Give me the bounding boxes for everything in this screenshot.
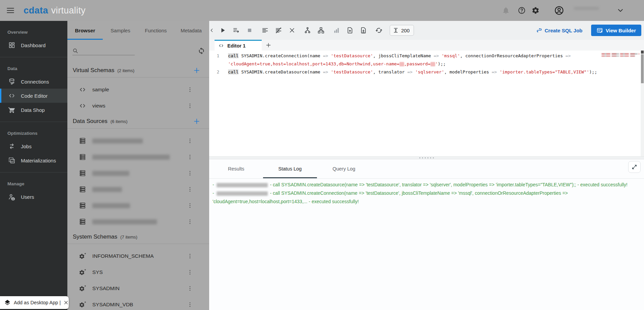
notifications-bell-icon[interactable] — [502, 6, 510, 14]
collapse-panel-chevron-left-icon[interactable] — [209, 21, 215, 40]
tab-results[interactable]: Results — [209, 159, 263, 178]
editor-scrollbar[interactable] — [641, 51, 644, 156]
kebab-menu-icon[interactable] — [187, 269, 193, 275]
kebab-menu-icon[interactable] — [187, 186, 193, 192]
row-limit-control[interactable]: 200 — [390, 25, 414, 36]
virtual-schema-icon — [79, 86, 86, 93]
sidebar-item-connections[interactable]: Connections — [0, 74, 67, 89]
tab-query-log[interactable]: Query Log — [317, 159, 371, 178]
redacted-name — [92, 171, 129, 176]
sidebar-item-dashboard[interactable]: Dashboard — [0, 38, 67, 52]
editor-region: 200 Create SQL Job View Builder Editor 1… — [209, 21, 644, 310]
close-icon[interactable] — [63, 300, 69, 305]
system-schema-gear-icon — [79, 252, 86, 260]
panel-splitter-handle[interactable] — [209, 156, 644, 159]
add-data-source-button[interactable] — [193, 118, 200, 125]
hamburger-menu-icon[interactable] — [6, 6, 15, 15]
settings-gear-icon[interactable] — [532, 6, 540, 14]
sidebar-section-overview: Overview — [0, 21, 67, 38]
statistics-button[interactable] — [330, 24, 343, 37]
kebab-menu-icon[interactable] — [187, 203, 193, 209]
data-sources-list — [67, 129, 209, 230]
virtual-schemas-header: Virtual Schemas (2 items) — [67, 63, 209, 78]
user-menu-chevron-down-icon[interactable] — [616, 6, 624, 14]
user-avatar-icon[interactable] — [554, 5, 564, 16]
tab-metadata[interactable]: Metadata — [173, 21, 209, 40]
tree-item-information-schema[interactable]: INFORMATION_SCHEMA — [67, 248, 209, 264]
tree-item-data-source[interactable] — [67, 197, 209, 214]
help-icon[interactable] — [518, 6, 526, 14]
add-virtual-schema-button[interactable] — [193, 67, 200, 74]
stop-button[interactable] — [243, 24, 256, 37]
sidebar-item-data-shop[interactable]: Data Shop — [0, 103, 67, 117]
run-selection-button[interactable] — [229, 24, 243, 37]
expand-panel-button[interactable] — [628, 161, 641, 173]
kebab-menu-icon[interactable] — [187, 138, 193, 144]
logo-product: virtuality — [51, 5, 86, 16]
tree-item-sysadmin-vdb[interactable]: SYSADMIN_VDB — [67, 297, 209, 310]
create-sql-job-button[interactable]: Create SQL Job — [536, 27, 582, 34]
row-limit-value: 200 — [401, 28, 410, 33]
kebab-menu-icon[interactable] — [187, 285, 193, 291]
redacted-timestamp — [217, 183, 268, 187]
data-source-icon — [79, 169, 86, 177]
sidebar-item-users[interactable]: Users — [0, 190, 67, 204]
kebab-menu-icon[interactable] — [187, 253, 193, 259]
tree-item-sample[interactable]: sample — [67, 82, 209, 98]
tree-item-data-source[interactable] — [67, 133, 209, 149]
editor-toolbar: 200 Create SQL Job View Builder — [209, 21, 644, 40]
refresh-tree-icon[interactable] — [198, 47, 205, 55]
layers-icon — [4, 299, 11, 306]
tree-item-data-source[interactable] — [67, 214, 209, 230]
users-icon — [8, 193, 15, 200]
export-file-button[interactable] — [357, 24, 370, 37]
code-editor-icon — [8, 92, 15, 99]
unformat-code-button[interactable] — [272, 24, 285, 37]
sidebar-item-materializations[interactable]: Materializations — [0, 153, 67, 167]
kebab-menu-icon[interactable] — [187, 87, 193, 93]
tree-item-data-source[interactable] — [67, 181, 209, 197]
dependencies-button[interactable] — [314, 24, 328, 37]
code-lines: 1call SYSADMIN.createConnection(name => … — [209, 51, 644, 76]
kebab-menu-icon[interactable] — [187, 170, 193, 176]
tree-search-row — [67, 40, 209, 63]
tree-item-sys[interactable]: SYS — [67, 264, 209, 280]
app-logo: cdata virtuality — [24, 5, 86, 16]
system-schema-gear-icon — [79, 269, 86, 276]
query-plan-button[interactable] — [301, 24, 314, 37]
tree-item-data-source[interactable] — [67, 165, 209, 181]
kebab-menu-icon[interactable] — [187, 154, 193, 160]
line-number: 1 — [209, 52, 219, 60]
sidebar-item-jobs[interactable]: Jobs — [0, 139, 67, 153]
app-window: cdata virtuality Overview Dashboard Data… — [0, 0, 644, 310]
sidebar-item-code-editor[interactable]: Code Editor — [0, 89, 67, 103]
kebab-menu-icon[interactable] — [187, 302, 193, 308]
tab-functions[interactable]: Functions — [138, 21, 173, 40]
tree-item-views[interactable]: views — [67, 98, 209, 114]
sql-code-editor[interactable]: 1call SYSADMIN.createConnection(name => … — [209, 51, 644, 156]
search-input[interactable] — [72, 45, 135, 55]
code-line: 1call SYSADMIN.createConnection(name => … — [209, 52, 644, 60]
tab-status-log[interactable]: Status Log — [263, 159, 317, 178]
tab-browser[interactable]: Browser — [67, 21, 103, 40]
kebab-menu-icon[interactable] — [187, 219, 193, 225]
kebab-menu-icon[interactable] — [187, 103, 193, 109]
refresh-convert-button[interactable] — [372, 24, 386, 37]
view-builder-button[interactable]: View Builder — [591, 25, 641, 36]
jobs-icon — [8, 143, 15, 150]
schema-browser-panel: Browser Samples Functions Metadata Virtu… — [67, 21, 209, 310]
system-schemas-header: System Schemas (7 items) — [67, 230, 209, 244]
view-builder-icon — [597, 27, 603, 34]
tree-item-sysadmin[interactable]: SYSADMIN — [67, 280, 209, 297]
log-line: - - call SYSADMIN.createDatasource(name … — [213, 181, 644, 189]
tree-item-data-source[interactable] — [67, 149, 209, 165]
code-tab-icon — [218, 43, 224, 49]
format-code-button[interactable] — [258, 24, 272, 37]
add-as-desktop-app-button[interactable]: Add as Desktop App | — [0, 296, 69, 309]
add-editor-tab-button[interactable] — [262, 40, 275, 51]
tab-samples[interactable]: Samples — [103, 21, 138, 40]
editor-tab-1[interactable]: Editor 1 — [215, 40, 262, 51]
import-file-button[interactable] — [343, 24, 357, 37]
run-button[interactable] — [216, 24, 229, 37]
clear-editor-button[interactable] — [285, 24, 299, 37]
